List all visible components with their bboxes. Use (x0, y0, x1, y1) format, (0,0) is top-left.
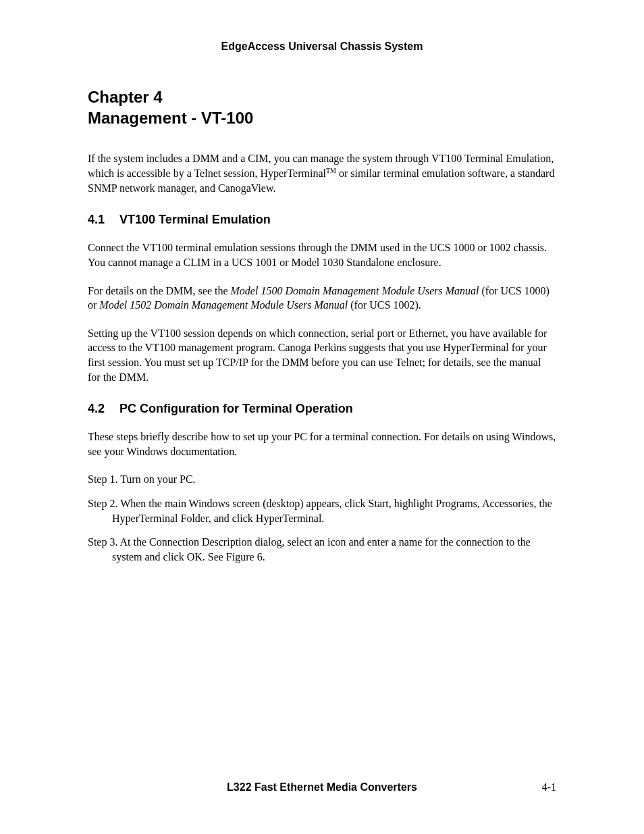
chapter-number-line: Chapter 4 (88, 88, 163, 106)
section-4-2-para-1: These steps briefly describe how to set … (88, 429, 556, 459)
section-title-4-1: VT100 Terminal Emulation (119, 213, 271, 226)
footer-title: L322 Fast Ethernet Media Converters (115, 781, 529, 793)
trademark-superscript: TM (326, 167, 336, 174)
section-4-1-para-1: Connect the VT100 terminal emulation ses… (88, 240, 556, 269)
step-3: Step 3. At the Connection Description di… (88, 535, 556, 564)
chapter-name-line: Management - VT-100 (88, 109, 253, 127)
manual-ref-1502: Model 1502 Domain Management Module User… (99, 299, 348, 311)
section-number-4-1: 4.1 (88, 213, 105, 227)
footer-page-number: 4-1 (529, 781, 556, 793)
step-1: Step 1. Turn on your PC. (88, 472, 556, 487)
section-number-4-2: 4.2 (88, 402, 105, 416)
intro-paragraph: If the system includes a DMM and a CIM, … (88, 151, 556, 195)
para2-text-a: For details on the DMM, see the (88, 285, 231, 296)
chapter-title: Chapter 4 Management - VT-100 (88, 86, 556, 128)
page-header-title: EdgeAccess Universal Chassis System (88, 41, 556, 53)
step-2: Step 2. When the main Windows screen (de… (88, 496, 556, 525)
section-heading-4-2: 4.2PC Configuration for Terminal Operati… (88, 402, 556, 416)
section-heading-4-1: 4.1VT100 Terminal Emulation (88, 213, 556, 227)
section-4-1-para-3: Setting up the VT100 session depends on … (88, 326, 556, 384)
para2-text-c: (for UCS 1002). (348, 299, 421, 311)
section-4-1-para-2: For details on the DMM, see the Model 15… (88, 284, 556, 313)
section-title-4-2: PC Configuration for Terminal Operation (119, 402, 353, 415)
manual-ref-1500: Model 1500 Domain Management Module User… (231, 285, 479, 296)
page-footer: L322 Fast Ethernet Media Converters 4-1 (88, 781, 556, 793)
